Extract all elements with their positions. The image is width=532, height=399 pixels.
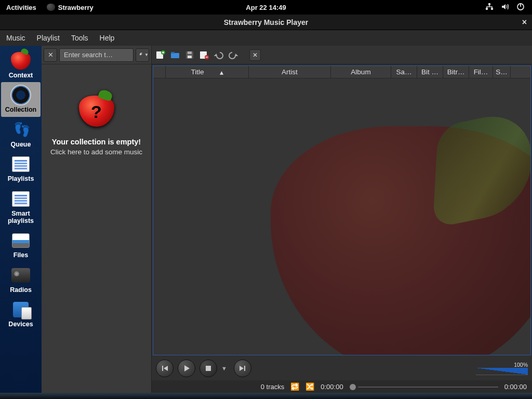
files-icon [12, 233, 30, 248]
playlist-icon [12, 156, 30, 172]
sidebar-item-smart-playlists[interactable]: Smart playlists [1, 186, 41, 228]
sidebar-item-label: Context [9, 72, 33, 79]
collection-options-button[interactable]: ▼ [136, 48, 149, 62]
smart-playlist-icon [12, 191, 30, 207]
collection-toolbar: ✕ Enter search t… ▼ [42, 46, 151, 64]
sidebar-item-label: Collection [5, 106, 36, 113]
wrench-icon [136, 51, 143, 59]
playlist-body[interactable] [153, 78, 530, 355]
next-button[interactable] [234, 360, 251, 377]
column-header[interactable]: S… [493, 66, 511, 78]
power-icon[interactable] [516, 3, 525, 12]
clear-search-button[interactable]: ✕ [44, 48, 57, 62]
sidebar-item-label: Files [14, 251, 29, 259]
svg-rect-2 [491, 8, 493, 10]
collection-search-input[interactable]: Enter search t… [59, 48, 134, 62]
status-bar: 0 tracks 🔁 🔀 0:00:00 0:00:00 [152, 380, 532, 393]
menubar: Music Playlist Tools Help [0, 30, 532, 46]
radio-icon [11, 268, 30, 283]
collection-empty-state[interactable]: ? Your collection is empty! Click here t… [42, 64, 151, 393]
playlist-table: Title ▴ArtistAlbumSa…Bit …Bitr…Fil…S… [153, 65, 531, 355]
network-icon[interactable] [485, 3, 494, 12]
window-close-button[interactable]: × [522, 18, 527, 27]
collection-panel: ✕ Enter search t… ▼ ? Your collection is… [42, 46, 152, 393]
activities-button[interactable]: Activities [6, 4, 36, 11]
app-menu-label: Strawberry [58, 4, 94, 11]
column-header[interactable]: Sa… [391, 66, 417, 78]
volume-label: 100% [514, 362, 528, 368]
footsteps-icon: 👣 [14, 122, 28, 138]
sidebar-item-label: Queue [11, 141, 31, 148]
sort-asc-icon: ▴ [220, 68, 223, 76]
open-playlist-button[interactable] [169, 49, 181, 61]
svg-rect-4 [520, 3, 521, 7]
save-playlist-button[interactable] [184, 49, 195, 61]
collection-empty-subtext: Click here to add some music [50, 148, 142, 156]
playback-bar: ▼ 100% [152, 356, 532, 380]
panel-clock[interactable]: Apr 22 14:49 [246, 4, 286, 11]
sidebar-item-label: Radios [10, 286, 32, 294]
window-title: Strawberry Music Player [224, 18, 309, 26]
sidebar-item-label: Smart playlists [1, 210, 41, 225]
undo-button[interactable] [213, 49, 224, 61]
column-header[interactable]: Artist [249, 66, 331, 78]
window-titlebar: Strawberry Music Player × [0, 15, 532, 30]
sidebar-item-label: Playlists [8, 175, 34, 182]
column-header[interactable]: Title ▴ [166, 66, 249, 78]
elapsed-time: 0:00:00 [321, 383, 343, 391]
stop-button[interactable] [200, 360, 217, 377]
strawberry-icon [11, 52, 31, 70]
column-header[interactable]: Bit … [417, 66, 443, 78]
position-slider[interactable] [350, 383, 498, 391]
sidebar-item-queue[interactable]: 👣 Queue [1, 117, 41, 151]
desktop-background [0, 393, 532, 399]
sidebar-item-playlists[interactable]: Playlists [1, 151, 41, 185]
playlist-pane: ✕ Title ▴ArtistAlbumSa…Bit …Bitr…Fil…S… … [152, 46, 532, 393]
previous-button[interactable] [156, 360, 174, 377]
collection-empty-heading: Your collection is empty! [52, 138, 141, 146]
volume-icon[interactable] [501, 3, 509, 12]
menu-music[interactable]: Music [6, 34, 25, 42]
column-headers: Title ▴ArtistAlbumSa…Bit …Bitr…Fil…S… [153, 66, 530, 78]
left-sidebar: Context Collection 👣 Queue Playlists Sma… [0, 46, 42, 393]
menu-tools[interactable]: Tools [71, 34, 88, 42]
total-time: 0:00:00 [504, 383, 527, 391]
sidebar-item-devices[interactable]: Devices [1, 297, 41, 331]
sidebar-item-files[interactable]: Files [1, 228, 41, 262]
svg-rect-14 [206, 366, 211, 371]
clear-playlist-button[interactable] [198, 49, 210, 61]
new-playlist-button[interactable] [155, 49, 166, 61]
menu-help[interactable]: Help [100, 34, 115, 42]
devices-icon [13, 302, 29, 317]
svg-rect-10 [188, 51, 192, 54]
repeat-icon[interactable]: 🔁 [290, 382, 299, 391]
playlist-toolbar: ✕ [152, 46, 532, 64]
app-menu[interactable]: Strawberry [47, 4, 94, 11]
strawberry-icon [47, 4, 55, 11]
sidebar-item-radios[interactable]: Radios [1, 262, 41, 297]
redo-button[interactable] [228, 49, 239, 61]
sidebar-item-context[interactable]: Context [1, 48, 41, 82]
vinyl-icon [10, 85, 31, 105]
column-header[interactable]: Bitr… [443, 66, 469, 78]
column-header[interactable]: Album [331, 66, 391, 78]
gnome-top-panel: Activities Strawberry Apr 22 14:49 [0, 0, 532, 15]
svg-rect-1 [486, 8, 488, 10]
shuffle-icon[interactable]: 🔀 [305, 382, 314, 391]
close-tab-button[interactable]: ✕ [249, 49, 261, 61]
stop-after-dropdown[interactable]: ▼ [221, 365, 230, 371]
svg-rect-0 [488, 3, 490, 5]
column-header[interactable]: Fil… [469, 66, 493, 78]
question-mark-icon: ? [91, 102, 102, 122]
menu-playlist[interactable]: Playlist [37, 34, 60, 42]
seek-slider[interactable] [259, 366, 463, 371]
volume-control[interactable]: 100% [471, 362, 528, 375]
svg-rect-11 [188, 56, 192, 58]
sidebar-item-label: Devices [8, 321, 33, 328]
sidebar-item-collection[interactable]: Collection [1, 82, 41, 116]
svg-rect-8 [171, 52, 175, 54]
track-count: 0 tracks [261, 383, 285, 391]
svg-rect-7 [171, 53, 179, 58]
play-button[interactable] [178, 360, 195, 377]
column-header[interactable] [153, 66, 166, 78]
